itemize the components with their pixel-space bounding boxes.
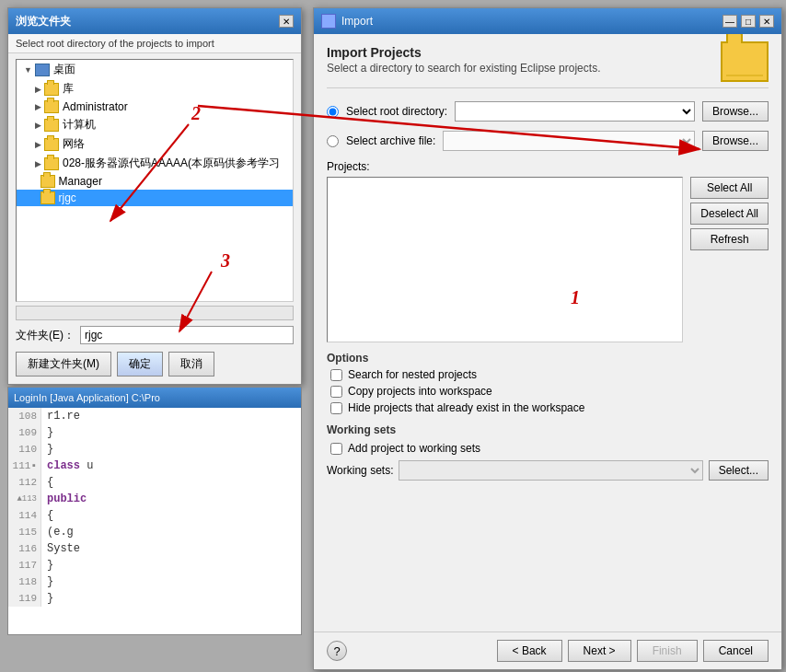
line-number: 111▪ <box>8 458 41 474</box>
radio-archive-row: Select archive file: Browse... <box>327 131 769 151</box>
checkbox-nested[interactable] <box>330 369 342 381</box>
line-content: } <box>41 557 53 574</box>
tree-item-rjgc[interactable]: rjgc <box>17 190 293 206</box>
back-button[interactable]: < Back <box>497 640 562 662</box>
file-dialog-subtitle: Select root directory of the projects to… <box>8 34 301 53</box>
tree-item-library[interactable]: ▶ 库 <box>17 79 293 98</box>
line-number: ▲113 <box>8 491 41 507</box>
line-number: 108 <box>8 408 41 424</box>
cancel-button[interactable]: Cancel <box>703 640 769 662</box>
footer-left: ? <box>327 641 347 661</box>
code-area: 108 r1.re 109 } 110 } 111▪ class u 112 {… <box>8 408 301 634</box>
folder-big-icon <box>721 41 769 82</box>
line-content: r1.re <box>41 408 80 424</box>
ws-text: Working sets: <box>327 464 393 477</box>
horizontal-scrollbar[interactable] <box>16 306 294 320</box>
expand-arrow: ▶ <box>35 85 41 94</box>
browse-root-button[interactable]: Browse... <box>702 101 769 122</box>
radio-archive[interactable] <box>327 135 339 147</box>
browse-archive-button[interactable]: Browse... <box>702 131 769 151</box>
expand-arrow: ▶ <box>35 121 41 130</box>
desktop-icon <box>35 64 50 76</box>
minimize-button[interactable]: — <box>722 15 737 28</box>
next-button[interactable]: Next > <box>568 640 631 662</box>
ws-select-button[interactable]: Select... <box>709 460 769 481</box>
deselect-all-button[interactable]: Deselect All <box>690 203 769 225</box>
tree-item-manager[interactable]: Manager <box>17 173 293 190</box>
checkbox-add-ws[interactable] <box>330 443 342 455</box>
expand-arrow <box>35 177 38 186</box>
tree-item-label: Manager <box>59 175 102 188</box>
radio-root-label: Select root directory: <box>346 105 447 118</box>
checkbox-hide-row: Hide projects that already exist in the … <box>327 401 769 414</box>
radio-root[interactable] <box>327 106 339 118</box>
import-dialog: Import — □ ✕ Import Projects Select a di… <box>313 7 782 670</box>
line-number: 119 <box>8 590 41 607</box>
file-name-input[interactable] <box>80 326 294 344</box>
tree-item-028[interactable]: ▶ 028-服务器源代码AAAAA(本原码供参考学习 <box>17 154 293 173</box>
close-button[interactable]: ✕ <box>759 15 774 28</box>
checkbox-copy[interactable] <box>330 386 342 398</box>
folder-icon <box>40 191 55 204</box>
line-number: 116 <box>8 540 41 557</box>
tree-item-label: Administrator <box>63 100 128 113</box>
ok-button[interactable]: 确定 <box>117 352 163 377</box>
footer-right: < Back Next > Finish Cancel <box>497 640 769 662</box>
line-content: { <box>41 507 53 524</box>
checkbox-hide[interactable] <box>330 402 342 414</box>
tree-item-label: 桌面 <box>53 62 75 77</box>
refresh-button[interactable]: Refresh <box>690 228 769 250</box>
checkbox-add-ws-label: Add project to working sets <box>348 442 480 455</box>
options-label: Options <box>327 352 769 365</box>
archive-dropdown[interactable] <box>443 131 695 151</box>
code-line: 112 { <box>8 474 301 491</box>
tree-item-label: 028-服务器源代码AAAAA(本原码供参考学习 <box>63 156 280 171</box>
tree-item-desktop[interactable]: ▼ 桌面 <box>17 60 293 79</box>
finish-button[interactable]: Finish <box>637 640 698 662</box>
folder-tab <box>726 34 743 43</box>
ws-dropdown[interactable] <box>399 460 702 481</box>
file-browser-dialog: 浏览文件夹 ✕ Select root directory of the pro… <box>7 7 302 385</box>
code-line: 114 { <box>8 507 301 524</box>
line-content: public <box>41 491 87 507</box>
file-name-label: 文件夹(E)： <box>16 328 75 343</box>
import-heading: Import Projects <box>327 45 713 60</box>
file-tree-area[interactable]: ▼ 桌面 ▶ 库 ▶ Administrator ▶ 计算机 ▶ 网络 ▶ 02… <box>16 59 294 302</box>
new-folder-button[interactable]: 新建文件夹(M) <box>16 352 111 377</box>
line-content: } <box>41 441 53 458</box>
tree-item-network[interactable]: ▶ 网络 <box>17 134 293 154</box>
line-number: 117 <box>8 557 41 574</box>
folder-icon <box>40 175 55 188</box>
import-body: Import Projects Select a directory to se… <box>314 34 781 631</box>
code-line: 109 } <box>8 424 301 441</box>
maximize-button[interactable]: □ <box>741 15 756 28</box>
import-title-left: Import <box>321 14 373 29</box>
line-content: Syste <box>41 540 80 557</box>
line-content: (e.g <box>41 524 74 540</box>
select-all-button[interactable]: Select All <box>690 177 769 199</box>
options-section: Options Search for nested projects Copy … <box>327 352 769 414</box>
tree-item-computer[interactable]: ▶ 计算机 <box>17 115 293 134</box>
folder-icon <box>44 100 59 113</box>
root-directory-dropdown[interactable] <box>455 101 695 122</box>
folder-icon <box>44 119 59 132</box>
line-content: class u <box>41 458 93 474</box>
code-line: 118 } <box>8 574 301 590</box>
projects-list[interactable] <box>327 177 683 342</box>
line-content: } <box>41 574 53 590</box>
ws-row: Working sets: Select... <box>327 460 769 481</box>
import-dialog-icon <box>321 14 336 29</box>
import-header: Import Projects Select a directory to se… <box>327 45 769 75</box>
help-button[interactable]: ? <box>327 641 347 661</box>
folder-icon <box>44 83 59 96</box>
cancel-button[interactable]: 取消 <box>168 352 214 377</box>
line-number: 112 <box>8 474 41 491</box>
code-line: 110 } <box>8 441 301 458</box>
file-name-row: 文件夹(E)： <box>8 322 301 348</box>
working-sets-section: Working sets Add project to working sets… <box>327 423 769 481</box>
tree-item-administrator[interactable]: ▶ Administrator <box>17 98 293 115</box>
file-dialog-titlebar: 浏览文件夹 ✕ <box>8 8 301 34</box>
close-button[interactable]: ✕ <box>279 15 294 28</box>
checkbox-copy-row: Copy projects into workspace <box>327 385 769 398</box>
import-titlebar: Import — □ ✕ <box>314 8 781 34</box>
